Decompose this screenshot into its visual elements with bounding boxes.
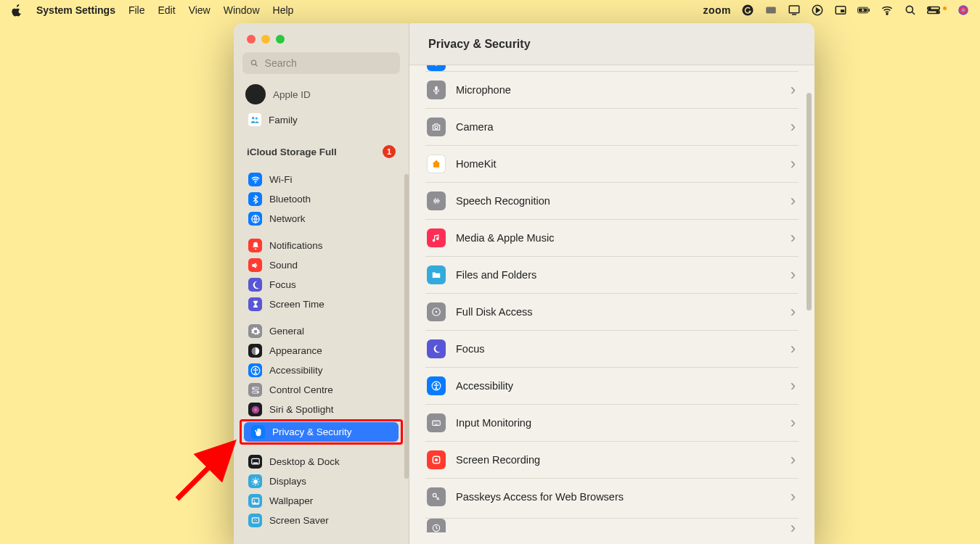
automation-icon: [427, 519, 446, 532]
moon-icon: [248, 278, 262, 292]
privacy-row-media-apple-music[interactable]: Media & Apple Music›: [425, 219, 799, 256]
siri-icon[interactable]: [957, 4, 970, 17]
sidebar-item-network[interactable]: Network: [241, 209, 401, 228]
svg-point-20: [255, 182, 256, 184]
sidebar-item-siri-spotlight[interactable]: Siri & Spotlight: [241, 400, 401, 419]
privacy-row-input-monitoring[interactable]: Input Monitoring›: [425, 404, 799, 441]
gear-icon: [248, 324, 262, 338]
sidebar-item-screen-saver[interactable]: Screen Saver: [241, 511, 401, 530]
privacy-row-camera[interactable]: Camera›: [425, 108, 799, 145]
sidebar-item-label: Siri & Spotlight: [269, 404, 334, 415]
spotlight-icon[interactable]: [904, 4, 917, 17]
sidebar-item-displays[interactable]: Displays: [241, 471, 401, 491]
search-input[interactable]: [265, 57, 393, 69]
wifi-icon[interactable]: [881, 4, 894, 17]
privacy-row-bluetooth[interactable]: Bluetooth›: [425, 65, 799, 71]
sidebar-item-privacy-security[interactable]: Privacy & Security: [244, 422, 399, 442]
display-icon[interactable]: [788, 4, 801, 17]
sidebar-item-label: Focus: [269, 279, 296, 290]
homekit-icon: [427, 154, 446, 173]
minimize-button[interactable]: [261, 35, 270, 44]
sidebar-item-wi-fi[interactable]: Wi-Fi: [241, 170, 401, 189]
privacy-list[interactable]: Bluetooth›Microphone›Camera›HomeKit›Spee…: [409, 65, 814, 544]
sidebar-item-accessibility[interactable]: Accessibility: [241, 360, 401, 380]
svg-point-26: [253, 387, 254, 389]
sidebar-item-wallpaper[interactable]: Wallpaper: [241, 491, 401, 511]
privacy-row-accessibility[interactable]: Accessibility›: [425, 367, 799, 404]
search-field[interactable]: [242, 52, 400, 74]
chevron-right-icon: ›: [791, 118, 796, 136]
chevron-right-icon: ›: [791, 154, 796, 173]
privacy-row-full-disk-access[interactable]: Full Disk Access›: [425, 293, 799, 330]
sidebar-scrollbar[interactable]: [404, 174, 409, 479]
wifi-icon: [248, 173, 262, 186]
privacy-row-focus[interactable]: Focus›: [425, 330, 799, 367]
menu-file[interactable]: File: [128, 4, 145, 16]
menubar-pip-icon[interactable]: [834, 4, 847, 17]
sidebar-list[interactable]: Apple ID Family iCloud Storage Full 1 Wi…: [234, 81, 409, 544]
menu-edit[interactable]: Edit: [158, 4, 176, 16]
privacy-row-passkeys-access-for-web-browsers[interactable]: Passkeys Access for Web Browsers›: [425, 478, 799, 515]
privacy-row-microphone[interactable]: Microphone›: [425, 71, 799, 108]
menu-view[interactable]: View: [189, 4, 211, 16]
sidebar-item-apple-id[interactable]: Apple ID: [240, 81, 403, 110]
keyboard-icon: [427, 413, 446, 432]
sidebar: Apple ID Family iCloud Storage Full 1 Wi…: [234, 23, 409, 544]
svg-point-15: [936, 12, 938, 13]
sidebar-item-label: Screen Saver: [269, 515, 329, 526]
privacy-row-speech-recognition[interactable]: Speech Recognition›: [425, 182, 799, 219]
sidebar-item-focus[interactable]: Focus: [241, 275, 401, 294]
menu-help[interactable]: Help: [273, 4, 294, 16]
sidebar-item-screen-time[interactable]: Screen Time: [241, 294, 401, 314]
accessibility-icon: [427, 376, 446, 395]
battery-icon[interactable]: [857, 4, 870, 17]
control-center-icon[interactable]: [927, 4, 940, 17]
privacy-row-homekit[interactable]: HomeKit›: [425, 145, 799, 182]
svg-point-10: [886, 13, 888, 15]
waveform-icon: [427, 191, 446, 210]
chevron-right-icon: ›: [791, 191, 796, 210]
svg-point-39: [436, 311, 437, 313]
close-button[interactable]: [247, 35, 256, 44]
privacy-row-item[interactable]: ›: [425, 518, 799, 532]
content-titlebar: Privacy & Security: [409, 23, 814, 65]
play-icon[interactable]: [811, 4, 824, 17]
sidebar-item-icloud-storage[interactable]: iCloud Storage Full 1: [240, 141, 403, 162]
sidebar-item-label: Family: [269, 115, 298, 125]
content-scrollbar[interactable]: [807, 93, 812, 310]
folder-icon: [427, 265, 446, 284]
sidebar-item-label: iCloud Storage Full: [247, 147, 337, 157]
row-label: HomeKit: [456, 158, 780, 170]
svg-point-34: [253, 499, 255, 500]
privacy-row-files-and-folders[interactable]: Files and Folders›: [425, 256, 799, 293]
recording-icon: [427, 450, 446, 469]
window-controls: [234, 23, 409, 52]
menu-window[interactable]: Window: [224, 4, 260, 16]
displays-icon: [248, 474, 262, 488]
sidebar-item-sound[interactable]: Sound: [241, 255, 401, 275]
sidebar-item-family[interactable]: Family: [240, 110, 403, 133]
sidebar-item-bluetooth[interactable]: Bluetooth: [241, 189, 401, 209]
menubar-app-name[interactable]: System Settings: [36, 4, 115, 16]
svg-point-16: [958, 5, 968, 15]
sidebar-item-desktop-dock[interactable]: Desktop & Dock: [241, 452, 401, 471]
chevron-right-icon: ›: [791, 450, 796, 469]
menubar-widget-icon[interactable]: [764, 4, 777, 17]
chevron-right-icon: ›: [791, 339, 796, 358]
system-settings-window: Apple ID Family iCloud Storage Full 1 Wi…: [234, 23, 814, 544]
sidebar-item-appearance[interactable]: Appearance: [241, 341, 401, 360]
grammarly-icon[interactable]: [741, 4, 754, 17]
svg-rect-6: [841, 9, 844, 12]
switches-icon: [248, 383, 262, 397]
sidebar-item-label: Appearance: [269, 345, 322, 356]
svg-point-28: [256, 391, 258, 392]
sidebar-item-general[interactable]: General: [241, 321, 401, 341]
family-icon: [248, 113, 261, 126]
svg-point-37: [435, 126, 438, 129]
sidebar-item-control-centre[interactable]: Control Centre: [241, 380, 401, 400]
menubar-zoom[interactable]: zoom: [703, 4, 731, 16]
zoom-button[interactable]: [276, 35, 285, 44]
apple-menu-icon[interactable]: [10, 4, 23, 17]
privacy-row-screen-recording[interactable]: Screen Recording›: [425, 441, 799, 478]
sidebar-item-notifications[interactable]: Notifications: [241, 236, 401, 255]
